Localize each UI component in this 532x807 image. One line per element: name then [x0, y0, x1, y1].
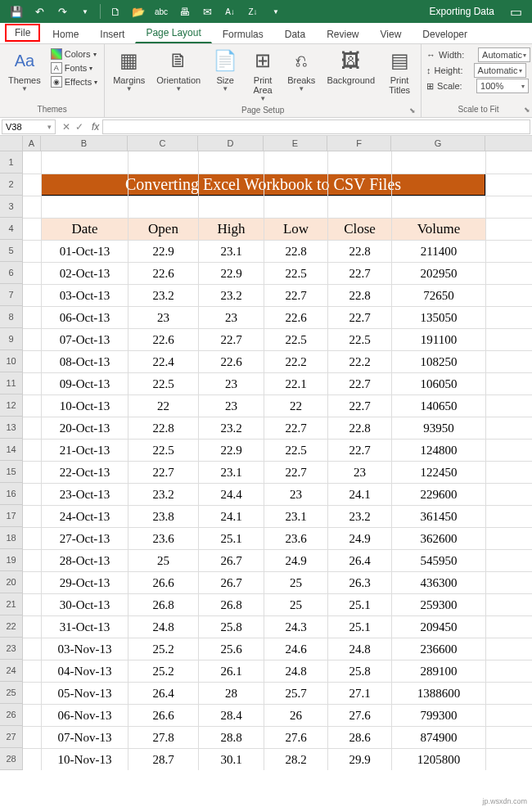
table-cell[interactable]: 23.2	[128, 285, 199, 307]
row-header-17[interactable]: 17	[0, 505, 23, 527]
table-cell[interactable]: 26.7	[199, 550, 264, 572]
qat-dropdown-icon[interactable]: ▼	[75, 2, 95, 20]
table-cell[interactable]: 24.9	[264, 550, 328, 572]
row-header-25[interactable]: 25	[0, 682, 23, 704]
fx-label[interactable]: fx	[88, 121, 102, 133]
table-cell[interactable]: 799300	[392, 705, 486, 727]
row-header-3[interactable]: 3	[0, 196, 23, 218]
table-cell[interactable]: 22.5	[128, 440, 199, 462]
table-cell[interactable]: 09-Oct-13	[42, 373, 128, 395]
table-cell[interactable]: 25.2	[128, 660, 199, 683]
table-cell[interactable]: 25.2	[128, 638, 199, 660]
table-cell[interactable]: 05-Nov-13	[42, 683, 128, 705]
table-cell[interactable]: 26.8	[199, 594, 264, 616]
row-header-24[interactable]: 24	[0, 660, 23, 682]
table-cell[interactable]: 25.6	[199, 638, 264, 660]
table-cell[interactable]: 25.1	[328, 594, 392, 616]
table-cell[interactable]: 22.7	[328, 263, 392, 285]
col-header-G[interactable]: G	[391, 136, 485, 151]
table-cell[interactable]: 28.4	[199, 705, 264, 727]
row-header-19[interactable]: 19	[0, 549, 23, 571]
table-cell[interactable]: 108250	[392, 351, 486, 373]
table-cell[interactable]: 25.7	[264, 683, 328, 705]
table-cell[interactable]: 22.8	[328, 241, 392, 263]
row-header-10[interactable]: 10	[0, 350, 23, 372]
tab-data[interactable]: Data	[274, 25, 316, 43]
table-cell[interactable]: 259300	[392, 594, 486, 616]
tab-page-layout[interactable]: Page Layout	[135, 23, 211, 43]
table-cell[interactable]: 24.1	[199, 506, 264, 528]
table-cell[interactable]: 30-Oct-13	[42, 594, 128, 616]
email-icon[interactable]: ✉	[197, 2, 217, 20]
table-cell[interactable]: 22.7	[128, 462, 199, 484]
table-cell[interactable]: 23	[328, 462, 392, 484]
save-icon[interactable]: 💾	[7, 2, 26, 20]
fonts-option[interactable]: AFonts▾	[49, 61, 99, 74]
table-cell[interactable]: 22.2	[328, 351, 392, 373]
col-header-C[interactable]: C	[128, 136, 198, 151]
table-cell[interactable]: 22.7	[328, 307, 392, 329]
table-cell[interactable]: 22.9	[199, 263, 264, 285]
table-cell[interactable]: 24.9	[328, 528, 392, 550]
table-cell[interactable]: 23	[128, 307, 199, 329]
table-cell[interactable]: 28.6	[328, 727, 392, 749]
table-cell[interactable]: 22.7	[328, 373, 392, 395]
table-cell[interactable]: 22.8	[128, 417, 199, 440]
row-header-5[interactable]: 5	[0, 240, 23, 262]
sort-asc-icon[interactable]: A↓	[220, 2, 240, 20]
table-cell[interactable]: 24.4	[199, 484, 264, 506]
table-cell[interactable]: 23.2	[328, 506, 392, 528]
margins-button[interactable]: ▦Margins▼	[108, 46, 150, 94]
launcher-icon[interactable]: ⬊	[524, 106, 530, 114]
row-header-21[interactable]: 21	[0, 593, 23, 615]
print-titles-button[interactable]: ▤Print Titles	[381, 46, 417, 97]
table-cell[interactable]: 07-Nov-13	[42, 727, 128, 749]
select-all-corner[interactable]	[0, 136, 23, 151]
col-header-E[interactable]: E	[264, 136, 327, 151]
table-cell[interactable]: 26.4	[128, 683, 199, 705]
table-cell[interactable]: 135050	[392, 307, 486, 329]
table-cell[interactable]: 1205800	[392, 749, 486, 771]
table-cell[interactable]: 545950	[392, 550, 486, 572]
row-header-26[interactable]: 26	[0, 704, 23, 726]
table-cell[interactable]: 23	[199, 373, 264, 395]
row-header-22[interactable]: 22	[0, 615, 23, 638]
tab-view[interactable]: View	[370, 25, 413, 43]
table-cell[interactable]: 21-Oct-13	[42, 440, 128, 462]
table-cell[interactable]: 122450	[392, 462, 486, 484]
table-cell[interactable]: 23.1	[199, 241, 264, 263]
col-header-F[interactable]: F	[327, 136, 391, 151]
table-cell[interactable]: 24.1	[328, 484, 392, 506]
row-header-1[interactable]: 1	[0, 151, 23, 174]
table-cell[interactable]: 22.8	[264, 241, 328, 263]
tab-review[interactable]: Review	[316, 25, 369, 43]
sort-desc-icon[interactable]: Z↓	[243, 2, 263, 20]
table-cell[interactable]: 22-Oct-13	[42, 462, 128, 484]
table-cell[interactable]: 27.6	[328, 705, 392, 727]
row-header-7[interactable]: 7	[0, 284, 23, 306]
table-cell[interactable]: 72650	[392, 285, 486, 307]
table-cell[interactable]: 22.5	[328, 329, 392, 351]
row-header-4[interactable]: 4	[0, 218, 23, 240]
table-cell[interactable]: 229600	[392, 484, 486, 506]
table-cell[interactable]: 23	[264, 484, 328, 506]
table-cell[interactable]: 26.8	[128, 594, 199, 616]
new-icon[interactable]: 🗋	[106, 2, 125, 20]
table-cell[interactable]: 23-Oct-13	[42, 484, 128, 506]
table-cell[interactable]: 28-Oct-13	[42, 550, 128, 572]
table-cell[interactable]: 08-Oct-13	[42, 351, 128, 373]
table-cell[interactable]: 26.6	[128, 705, 199, 727]
print-icon[interactable]: 🖶	[174, 2, 194, 20]
table-cell[interactable]: 06-Oct-13	[42, 307, 128, 329]
table-cell[interactable]: 23.6	[264, 528, 328, 550]
table-cell[interactable]: 22.8	[328, 417, 392, 440]
table-cell[interactable]: 1388600	[392, 683, 486, 705]
table-cell[interactable]: 236600	[392, 638, 486, 660]
launcher-icon[interactable]: ⬊	[409, 106, 416, 115]
table-cell[interactable]: 29-Oct-13	[42, 572, 128, 594]
table-cell[interactable]: 24.3	[264, 616, 328, 638]
row-header-14[interactable]: 14	[0, 439, 23, 461]
table-cell[interactable]: 20-Oct-13	[42, 417, 128, 440]
table-cell[interactable]: 22.6	[128, 329, 199, 351]
table-cell[interactable]: 28	[199, 683, 264, 705]
